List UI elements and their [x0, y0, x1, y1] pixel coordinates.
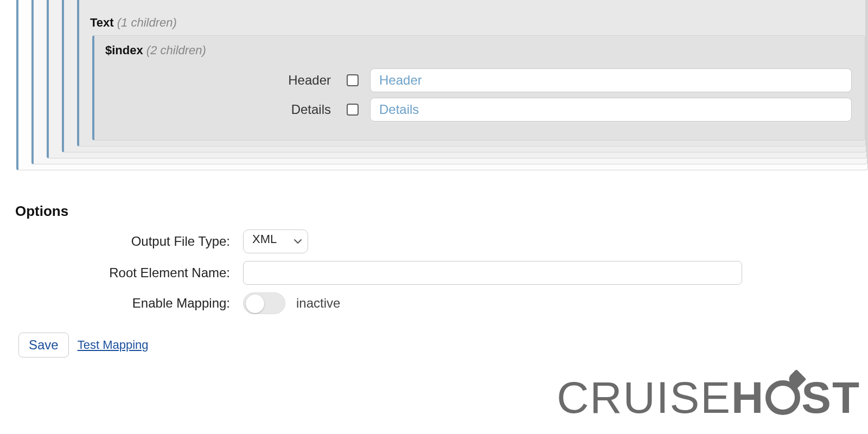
save-button[interactable]: Save	[18, 333, 69, 358]
field-row-details: Details	[102, 98, 852, 122]
field-row-header: Header	[102, 68, 852, 92]
footer-actions: Save Test Mapping	[18, 333, 868, 358]
select-value: XML	[243, 229, 308, 253]
node-name: $index	[105, 43, 143, 57]
option-row-root-element-name: Root Element Name:	[15, 261, 868, 285]
brand-part2b: ST	[801, 375, 860, 420]
tree-panel-level1: Text (1 children) $index (2 children) He…	[31, 0, 867, 164]
input-root-element-name[interactable]	[243, 261, 742, 285]
input-header[interactable]	[370, 68, 852, 92]
node-children-count: (1 children)	[117, 16, 177, 29]
brand-part2a: H	[731, 375, 764, 420]
tree-panel-level2: Text (1 children) $index (2 children) He…	[47, 0, 867, 158]
brand-o-icon	[764, 375, 801, 420]
brand-logo: CRUISEHST	[557, 375, 860, 420]
toggle-enable-mapping[interactable]	[243, 292, 285, 314]
tree-panel-level3: Text (1 children) $index (2 children) He…	[62, 0, 866, 152]
brand-part1: CRUISE	[557, 375, 731, 420]
label-enable-mapping: Enable Mapping:	[15, 296, 232, 311]
test-mapping-link[interactable]: Test Mapping	[78, 338, 149, 352]
label-root-element-name: Root Element Name:	[15, 265, 232, 280]
node-name: Text	[90, 16, 114, 29]
checkbox-details[interactable]	[347, 104, 359, 116]
option-row-enable-mapping: Enable Mapping: inactive	[15, 292, 868, 314]
field-label-header: Header	[102, 73, 335, 88]
tree-node-index-title: $index (2 children)	[102, 41, 858, 63]
tree-node-text-title: Text (1 children)	[87, 14, 865, 35]
input-details[interactable]	[370, 98, 852, 122]
toggle-knob	[246, 295, 264, 313]
select-output-file-type[interactable]: XML	[243, 229, 308, 253]
checkbox-header[interactable]	[347, 74, 359, 86]
field-label-details: Details	[102, 102, 335, 117]
tree-node-text[interactable]: Text (1 children) $index (2 children) He…	[77, 0, 866, 146]
tree-panel-level0: Text (1 children) $index (2 children) He…	[16, 0, 868, 170]
toggle-status-text: inactive	[296, 296, 340, 311]
options-section: Options Output File Type: XML Root Eleme…	[0, 170, 868, 358]
options-heading: Options	[15, 203, 868, 220]
option-row-output-file-type: Output File Type: XML	[15, 229, 868, 253]
node-children-count: (2 children)	[146, 43, 206, 57]
label-output-file-type: Output File Type:	[15, 234, 232, 249]
tree-node-index[interactable]: $index (2 children) Header Details	[92, 35, 865, 141]
